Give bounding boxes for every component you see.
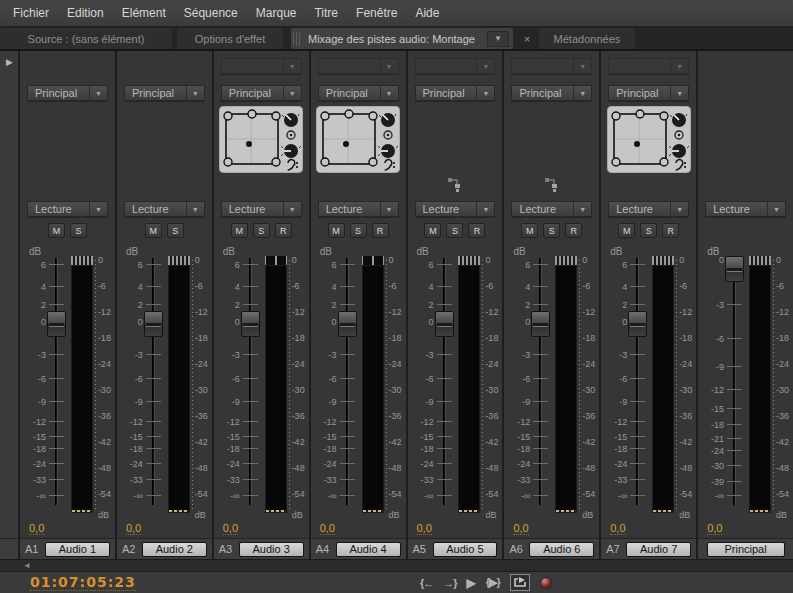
fader-handle-a6[interactable]: [531, 311, 550, 337]
horizontal-scrollbar[interactable]: ◄: [0, 559, 793, 571]
fader-handle-a1[interactable]: [47, 311, 66, 337]
mute-button-a4[interactable]: M: [328, 223, 345, 238]
automation-mode-dropdown-a2[interactable]: Lecture▼: [124, 201, 205, 217]
menu-item-marque[interactable]: Marque: [247, 1, 306, 25]
tab-audio-mixer[interactable]: Mixage des pistes audio: Montage ▼: [291, 28, 513, 49]
fader-track[interactable]: [152, 258, 155, 505]
fader-handle-a4[interactable]: [338, 311, 357, 337]
fader-track[interactable]: [346, 258, 349, 505]
fader-handle-master[interactable]: [725, 256, 744, 282]
track-name-button-master[interactable]: Principal: [707, 542, 785, 557]
solo-button-a7[interactable]: S: [640, 223, 657, 238]
tab-gripper-icon[interactable]: [293, 32, 300, 46]
solo-button-a5[interactable]: S: [446, 223, 463, 238]
mute-button-a7[interactable]: M: [618, 223, 635, 238]
fader-tick: [340, 463, 355, 464]
mute-button-a5[interactable]: M: [424, 223, 441, 238]
expand-effects-icon[interactable]: ▶: [0, 51, 18, 67]
fader-handle-a3[interactable]: [241, 311, 260, 337]
effect-slot-dropdown-a6[interactable]: ▼: [511, 58, 592, 74]
track-name-button-a3[interactable]: Audio 3: [239, 542, 304, 557]
fader-handle-a2[interactable]: [144, 311, 163, 337]
panel-menu-button[interactable]: ▼: [487, 31, 509, 47]
scroll-left-arrow-icon[interactable]: ◄: [20, 561, 34, 570]
play-in-to-out-icon[interactable]: {▶}: [486, 576, 500, 589]
effect-slot-dropdown-a5[interactable]: ▼: [415, 58, 496, 74]
fader-track[interactable]: [636, 258, 639, 505]
record-arm-button-a3[interactable]: R: [275, 223, 292, 238]
go-to-in-point-icon[interactable]: {←: [420, 577, 433, 589]
surround-panner-a7[interactable]: [607, 106, 691, 177]
solo-button-a1[interactable]: S: [70, 223, 87, 238]
surround-panner-a3[interactable]: [219, 106, 303, 177]
automation-mode-dropdown-a6[interactable]: Lecture▼: [511, 201, 592, 217]
track-name-button-a1[interactable]: Audio 1: [45, 542, 110, 557]
tab-close-button[interactable]: ×: [520, 28, 534, 49]
output-assign-dropdown-a4[interactable]: Principal▼: [318, 85, 399, 101]
output-assign-dropdown-a3[interactable]: Principal▼: [221, 85, 302, 101]
record-arm-button-a7[interactable]: R: [662, 223, 679, 238]
output-assign-dropdown-a7[interactable]: Principal▼: [608, 85, 689, 101]
timecode-display[interactable]: 01:07:05:23: [30, 574, 136, 591]
solo-button-a6[interactable]: S: [543, 223, 560, 238]
track-name-button-a5[interactable]: Audio 5: [433, 542, 498, 557]
menu-item-aide[interactable]: Aide: [406, 1, 448, 25]
volume-value-a4[interactable]: 0,0: [320, 522, 335, 535]
tab-source[interactable]: Source : (sans élément): [0, 28, 172, 49]
menu-item-fichier[interactable]: Fichier: [4, 1, 58, 25]
fader-track[interactable]: [249, 258, 252, 505]
fader-track[interactable]: [539, 258, 542, 505]
track-name-button-a2[interactable]: Audio 2: [142, 542, 207, 557]
go-to-out-point-icon[interactable]: →}: [443, 577, 456, 589]
play-icon[interactable]: ▶: [467, 576, 476, 590]
volume-value-a3[interactable]: 0,0: [223, 522, 238, 535]
automation-mode-dropdown-master[interactable]: Lecture▼: [705, 201, 786, 217]
effect-slot-dropdown-a7[interactable]: ▼: [608, 58, 689, 74]
record-arm-button-a4[interactable]: R: [372, 223, 389, 238]
track-name-button-a6[interactable]: Audio 6: [529, 542, 594, 557]
volume-value-a5[interactable]: 0,0: [417, 522, 432, 535]
fader-track[interactable]: [733, 258, 736, 505]
automation-mode-dropdown-a1[interactable]: Lecture▼: [27, 201, 108, 217]
volume-value-a6[interactable]: 0,0: [513, 522, 528, 535]
volume-value-a7[interactable]: 0,0: [610, 522, 625, 535]
loop-button[interactable]: [510, 574, 530, 591]
fader-handle-a5[interactable]: [435, 311, 454, 337]
menu-item-titre[interactable]: Titre: [305, 1, 347, 25]
output-assign-dropdown-a2[interactable]: Principal▼: [124, 85, 205, 101]
effect-slot-dropdown-a4[interactable]: ▼: [318, 58, 399, 74]
tab-metadata[interactable]: Métadonnées: [539, 28, 635, 49]
output-assign-dropdown-a6[interactable]: Principal▼: [511, 85, 592, 101]
mute-button-a2[interactable]: M: [145, 223, 162, 238]
menu-item-elément[interactable]: Elément: [113, 1, 175, 25]
fader-track[interactable]: [55, 258, 58, 505]
record-icon[interactable]: [540, 577, 552, 589]
mute-button-a6[interactable]: M: [521, 223, 538, 238]
automation-mode-dropdown-a3[interactable]: Lecture▼: [221, 201, 302, 217]
track-name-button-a4[interactable]: Audio 4: [336, 542, 401, 557]
track-name-button-a7[interactable]: Audio 7: [626, 542, 691, 557]
automation-mode-dropdown-a4[interactable]: Lecture▼: [318, 201, 399, 217]
mute-button-a1[interactable]: M: [48, 223, 65, 238]
menu-item-edition[interactable]: Edition: [58, 1, 113, 25]
automation-mode-dropdown-a5[interactable]: Lecture▼: [415, 201, 496, 217]
fader-handle-a7[interactable]: [628, 311, 647, 337]
record-arm-button-a5[interactable]: R: [468, 223, 485, 238]
automation-mode-dropdown-a7[interactable]: Lecture▼: [608, 201, 689, 217]
volume-value-a1[interactable]: 0,0: [29, 522, 44, 535]
solo-button-a2[interactable]: S: [167, 223, 184, 238]
menu-item-fenêtre[interactable]: Fenêtre: [347, 1, 406, 25]
tab-effect-controls[interactable]: Options d'effet: [177, 28, 283, 49]
solo-button-a3[interactable]: S: [253, 223, 270, 238]
surround-panner-a4[interactable]: [316, 106, 400, 177]
volume-value-master[interactable]: 0,0: [707, 522, 722, 535]
output-assign-dropdown-a5[interactable]: Principal▼: [415, 85, 496, 101]
mute-button-a3[interactable]: M: [231, 223, 248, 238]
effect-slot-dropdown-a3[interactable]: ▼: [221, 58, 302, 74]
menu-item-séquence[interactable]: Séquence: [175, 1, 247, 25]
solo-button-a4[interactable]: S: [350, 223, 367, 238]
fader-track[interactable]: [443, 258, 446, 505]
output-assign-dropdown-a1[interactable]: Principal▼: [27, 85, 108, 101]
volume-value-a2[interactable]: 0,0: [126, 522, 141, 535]
record-arm-button-a6[interactable]: R: [565, 223, 582, 238]
